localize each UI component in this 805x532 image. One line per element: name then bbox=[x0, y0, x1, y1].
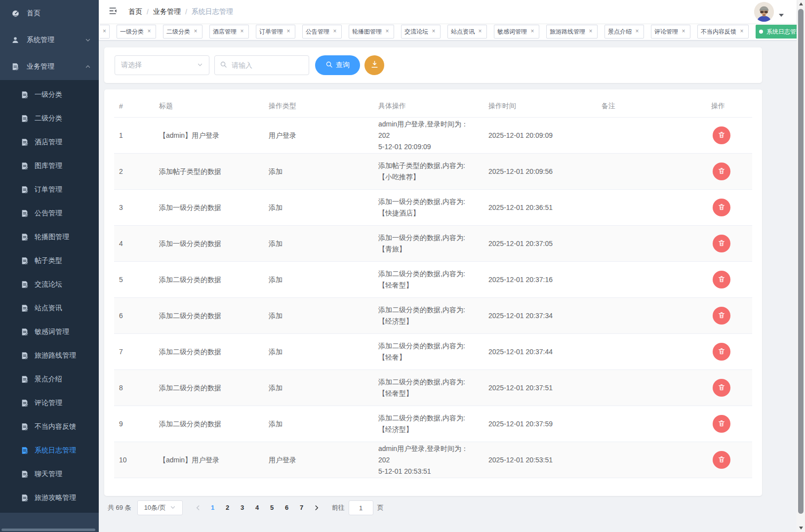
close-icon[interactable]: × bbox=[634, 28, 641, 35]
sidebar-item[interactable]: 系统日志管理 bbox=[0, 439, 99, 462]
sidebar-item[interactable]: 订单管理 bbox=[0, 178, 99, 202]
sidebar-item-business[interactable]: 业务管理 bbox=[0, 53, 99, 80]
table-row: 8 添加二级分类的数据 添加 添加二级分类的数据,内容为:【轻奢型】 2025-… bbox=[114, 370, 752, 406]
close-icon[interactable]: × bbox=[738, 28, 745, 35]
prev-page-button[interactable] bbox=[191, 504, 205, 511]
search-button[interactable]: 查询 bbox=[315, 55, 360, 75]
sidebar-item[interactable]: 旅游攻略管理 bbox=[0, 486, 99, 510]
dashboard-icon bbox=[11, 9, 20, 18]
sidebar-fold-button[interactable] bbox=[99, 0, 124, 23]
tab[interactable]: 交流论坛 × bbox=[401, 25, 441, 39]
hamburger-fold-icon bbox=[108, 6, 118, 18]
delete-button[interactable] bbox=[713, 379, 730, 397]
sidebar-item-label: 站点资讯 bbox=[35, 304, 62, 313]
close-icon[interactable]: × bbox=[239, 28, 245, 35]
goto-page-input[interactable] bbox=[349, 500, 373, 515]
delete-button[interactable] bbox=[713, 163, 730, 180]
sidebar-item[interactable]: 公告管理 bbox=[0, 202, 99, 225]
filter-select[interactable]: 请选择 bbox=[115, 55, 209, 75]
download-button[interactable] bbox=[364, 55, 384, 75]
close-icon[interactable]: × bbox=[146, 28, 153, 35]
sidebar-item[interactable]: 景点介绍 bbox=[0, 368, 99, 391]
tab[interactable]: 酒店管理 × bbox=[209, 25, 249, 39]
page-number[interactable]: 1 bbox=[205, 501, 220, 515]
tab[interactable]: × bbox=[100, 25, 110, 39]
page-number[interactable]: 4 bbox=[250, 501, 265, 515]
page-number[interactable]: 6 bbox=[280, 501, 294, 515]
table-body: 1 【admin】用户登录 用户登录 admin用户登录,登录时间为：2025-… bbox=[114, 118, 752, 478]
page-number[interactable]: 5 bbox=[265, 501, 280, 515]
delete-button[interactable] bbox=[713, 343, 730, 361]
close-icon[interactable]: × bbox=[587, 28, 594, 35]
search-input[interactable] bbox=[231, 61, 304, 70]
cell-detail: 添加二级分类的数据,内容为:【轻奢型】 bbox=[373, 376, 483, 399]
goto-label: 前往 bbox=[332, 503, 345, 512]
sidebar-item-system[interactable]: 系统管理 bbox=[0, 27, 99, 53]
close-icon[interactable]: × bbox=[192, 28, 199, 35]
delete-button[interactable] bbox=[713, 126, 730, 144]
sidebar-item[interactable]: 酒店管理 bbox=[0, 130, 99, 154]
page-number[interactable]: 7 bbox=[294, 501, 309, 515]
sidebar-item-label: 酒店管理 bbox=[35, 138, 62, 147]
tab[interactable]: 订单管理 × bbox=[256, 25, 295, 39]
close-icon[interactable]: × bbox=[102, 28, 107, 35]
avatar[interactable] bbox=[754, 2, 774, 22]
close-icon[interactable]: × bbox=[285, 28, 292, 35]
sidebar-item-home[interactable]: 首页 bbox=[0, 0, 99, 27]
sidebar-item[interactable]: 敏感词管理 bbox=[0, 320, 99, 344]
page-number[interactable]: 2 bbox=[220, 501, 235, 515]
delete-button[interactable] bbox=[713, 235, 730, 252]
delete-button[interactable] bbox=[713, 451, 730, 469]
sidebar-item[interactable]: 评论管理 bbox=[0, 391, 99, 415]
sidebar-item[interactable]: 不当内容反馈 bbox=[0, 415, 99, 439]
breadcrumb-home[interactable]: 首页 bbox=[128, 7, 142, 16]
close-icon[interactable]: × bbox=[680, 28, 687, 35]
sidebar-item[interactable]: 二级分类 bbox=[0, 107, 99, 130]
cell-detail: 添加一级分类的数据,内容为:【青旅】 bbox=[373, 232, 483, 255]
tab[interactable]: 敏感词管理 × bbox=[494, 25, 539, 39]
sidebar-item[interactable]: 交流论坛 bbox=[0, 273, 99, 296]
cell-action bbox=[706, 379, 752, 397]
close-icon[interactable]: × bbox=[477, 28, 483, 35]
document-icon bbox=[21, 328, 29, 336]
sidebar-item[interactable]: 站点资讯 bbox=[0, 296, 99, 320]
delete-button[interactable] bbox=[713, 415, 730, 433]
next-page-button[interactable] bbox=[309, 504, 324, 511]
avatar-caret-icon[interactable] bbox=[779, 14, 784, 17]
scrollbar-thumb[interactable] bbox=[798, 9, 804, 514]
breadcrumb-business[interactable]: 业务管理 bbox=[153, 7, 181, 16]
close-icon[interactable]: × bbox=[384, 28, 391, 35]
page-number[interactable]: 3 bbox=[235, 501, 250, 515]
tab[interactable]: 二级分类 × bbox=[163, 25, 202, 39]
close-icon[interactable]: × bbox=[430, 28, 437, 35]
tab[interactable]: 公告管理 × bbox=[302, 25, 342, 39]
close-icon[interactable]: × bbox=[529, 28, 536, 35]
sidebar-item[interactable]: 帖子类型 bbox=[0, 249, 99, 273]
tab[interactable]: 轮播图管理 × bbox=[349, 25, 394, 39]
sidebar-item[interactable]: 图库管理 bbox=[0, 154, 99, 178]
tab[interactable]: 评论管理 × bbox=[651, 25, 690, 39]
sidebar-item[interactable]: 一级分类 bbox=[0, 83, 99, 107]
cell-time: 2025-12-01 20:37:44 bbox=[483, 346, 597, 357]
sidebar-item[interactable]: 聊天管理 bbox=[0, 462, 99, 486]
tab[interactable]: 旅游路线管理 × bbox=[546, 25, 598, 39]
sidebar-item[interactable]: 旅游路线管理 bbox=[0, 344, 99, 368]
delete-button[interactable] bbox=[713, 271, 730, 288]
scroll-down-icon[interactable] bbox=[797, 524, 805, 532]
tab[interactable]: 景点介绍 × bbox=[604, 25, 644, 39]
tab[interactable]: 不当内容反馈 × bbox=[697, 25, 749, 39]
scroll-up-icon[interactable] bbox=[797, 0, 805, 8]
tab-label: 站点资讯 bbox=[451, 28, 475, 36]
delete-button[interactable] bbox=[713, 307, 730, 325]
tab[interactable]: 一级分类 × bbox=[117, 25, 156, 39]
tab[interactable]: 系统日志管理 × bbox=[756, 25, 797, 39]
close-icon[interactable]: × bbox=[331, 28, 338, 35]
sidebar-item[interactable]: 轮播图管理 bbox=[0, 225, 99, 249]
page-size-select[interactable]: 10条/页 bbox=[137, 500, 183, 515]
table-header-detail: 具体操作 bbox=[373, 102, 483, 111]
sidebar-scrollbar[interactable] bbox=[1, 529, 95, 531]
delete-button[interactable] bbox=[713, 199, 730, 216]
tab[interactable]: 站点资讯 × bbox=[447, 25, 487, 39]
window-scrollbar[interactable] bbox=[797, 0, 805, 532]
cell-index: 6 bbox=[114, 310, 154, 321]
